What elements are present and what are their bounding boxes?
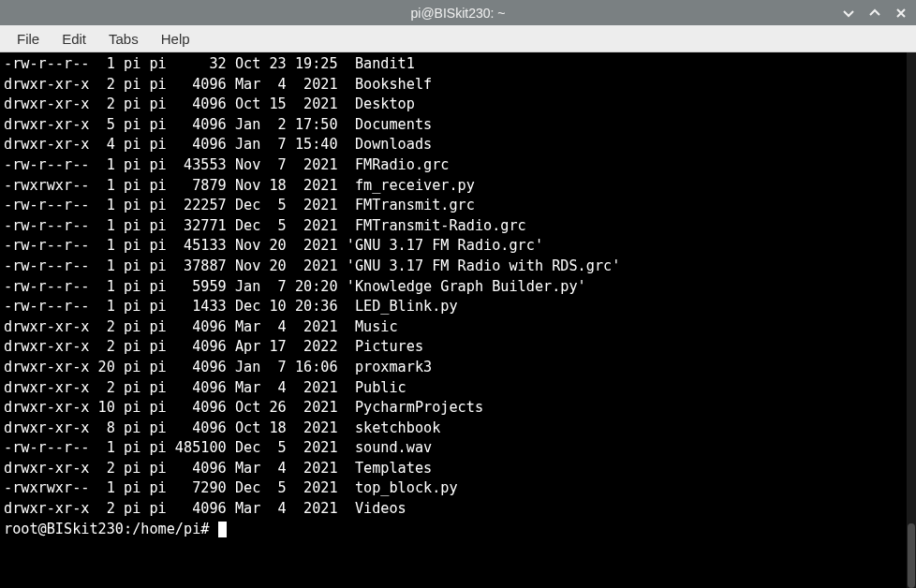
menubar: File Edit Tabs Help (0, 25, 916, 52)
scrollbar-thumb[interactable] (908, 523, 915, 588)
menu-tabs[interactable]: Tabs (99, 27, 148, 51)
scrollbar[interactable] (907, 52, 916, 588)
prompt: root@BISkit230:/home/pi# (4, 521, 218, 537)
terminal[interactable]: -rw-r--r-- 1 pi pi 32 Oct 23 19:25 Bandi… (0, 52, 916, 588)
close-icon[interactable] (894, 6, 909, 21)
titlebar: pi@BISkit230: ~ (0, 0, 916, 25)
menu-help[interactable]: Help (152, 27, 199, 51)
cursor (218, 522, 227, 537)
minimize-icon[interactable] (841, 6, 856, 21)
window-title: pi@BISkit230: ~ (411, 6, 506, 21)
maximize-icon[interactable] (867, 6, 882, 21)
menu-file[interactable]: File (7, 27, 49, 51)
terminal-output[interactable]: -rw-r--r-- 1 pi pi 32 Oct 23 19:25 Bandi… (4, 54, 912, 539)
window-controls (841, 6, 909, 21)
menu-edit[interactable]: Edit (52, 27, 96, 51)
